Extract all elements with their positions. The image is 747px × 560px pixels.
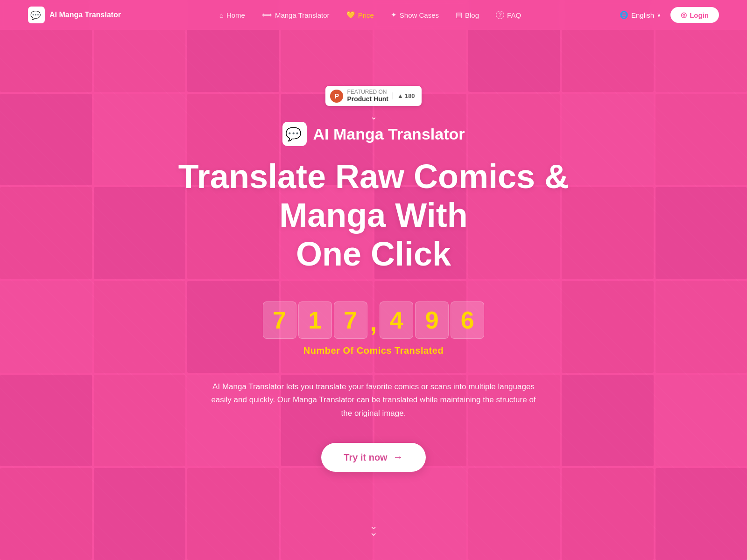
app-name-hero: AI Manga Translator xyxy=(313,125,465,143)
brand-icon: 💬 xyxy=(28,7,45,23)
hero-headline: Translate Raw Comics & Manga With One Cl… xyxy=(163,157,584,273)
chevron-double-icon: ⌄ ⌄ xyxy=(369,521,378,538)
digit-9: 9 xyxy=(415,301,449,339)
hero-section: P FEATURED ON Product Hunt ▲ 180 ⌄ 💬 AI … xyxy=(0,30,747,560)
counter-label: Number Of Comics Translated xyxy=(303,345,444,356)
brand-name: AI Manga Translator xyxy=(49,11,121,19)
login-icon: ◎ xyxy=(681,11,687,19)
translate-icon: ⟺ xyxy=(262,11,272,19)
home-icon: ⌂ xyxy=(219,11,224,19)
language-selector[interactable]: 🌐 English ∨ xyxy=(620,11,661,19)
nav-item-show-cases[interactable]: ✦ Show Cases xyxy=(391,11,439,19)
digit-4: 4 xyxy=(380,301,413,339)
svg-text:💬: 💬 xyxy=(285,126,302,142)
nav-item-manga-translator[interactable]: ⟺ Manga Translator xyxy=(262,11,330,19)
digit-7-2: 7 xyxy=(334,301,367,339)
faq-icon: ? xyxy=(496,11,504,19)
price-icon: 💛 xyxy=(346,11,355,19)
chevron-down-icon: ∨ xyxy=(657,12,661,18)
digit-comma: , xyxy=(370,308,377,336)
hero-description: AI Manga Translator lets you translate y… xyxy=(210,380,537,421)
brand-logo-area[interactable]: 💬 AI Manga Translator xyxy=(28,7,121,23)
blog-icon: ▤ xyxy=(456,11,462,19)
nav-item-blog[interactable]: ▤ Blog xyxy=(456,11,479,19)
cases-icon: ✦ xyxy=(391,11,397,19)
product-hunt-logo: P xyxy=(330,90,343,103)
arrow-right-icon: → xyxy=(393,451,403,463)
try-now-button[interactable]: Try it now → xyxy=(321,443,425,472)
login-button[interactable]: ◎ Login xyxy=(670,7,719,23)
scroll-indicator[interactable]: ⌄ ⌄ xyxy=(369,521,378,538)
navbar: 💬 AI Manga Translator ⌂ Home ⟺ Manga Tra… xyxy=(0,0,747,30)
globe-icon: 🌐 xyxy=(620,11,628,19)
counter-digits: 7 1 7 , 4 9 6 xyxy=(263,301,484,339)
svg-text:💬: 💬 xyxy=(30,10,41,21)
app-name-row: 💬 AI Manga Translator xyxy=(282,122,465,146)
counter-section: 7 1 7 , 4 9 6 Number Of Comics Translate… xyxy=(263,301,484,356)
nav-item-home[interactable]: ⌂ Home xyxy=(219,11,245,19)
nav-item-faq[interactable]: ? FAQ xyxy=(496,11,521,19)
nav-item-price[interactable]: 💛 Price xyxy=(346,11,374,19)
product-hunt-count: ▲ 180 xyxy=(392,92,415,99)
app-logo-hero: 💬 xyxy=(282,122,307,146)
digit-1: 1 xyxy=(298,301,332,339)
digit-6: 6 xyxy=(451,301,484,339)
nav-right: 🌐 English ∨ ◎ Login xyxy=(620,7,719,23)
digit-7-1: 7 xyxy=(263,301,296,339)
nav-links: ⌂ Home ⟺ Manga Translator 💛 Price ✦ Show… xyxy=(219,11,521,19)
badge-arrow-down: ⌄ xyxy=(370,112,377,122)
try-now-label: Try it now xyxy=(344,452,387,463)
product-hunt-badge[interactable]: P FEATURED ON Product Hunt ▲ 180 xyxy=(325,86,421,106)
product-hunt-text: FEATURED ON Product Hunt xyxy=(347,89,388,103)
language-label: English xyxy=(631,11,654,19)
